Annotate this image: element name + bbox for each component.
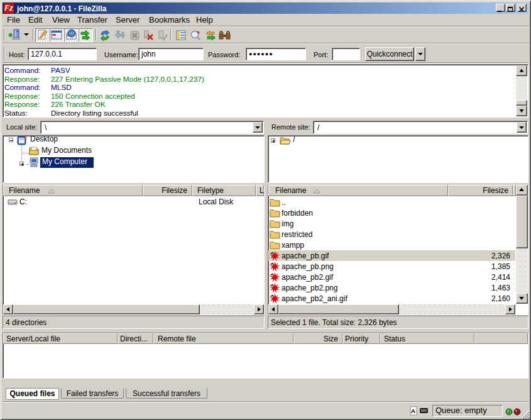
svg-text:500: 500 bbox=[421, 409, 427, 412]
svg-text:A: A bbox=[411, 407, 415, 414]
